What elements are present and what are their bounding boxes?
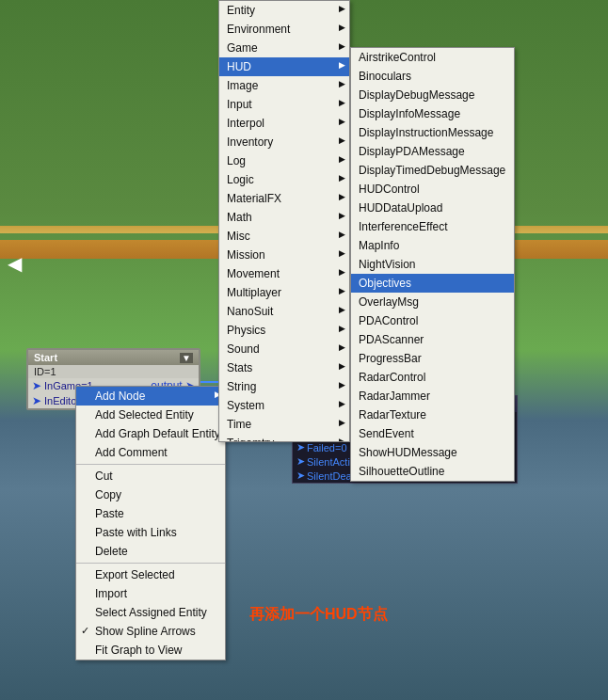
- hud-item-radartexture[interactable]: RadarTexture: [351, 406, 514, 424]
- submenu-item-misc[interactable]: Misc: [219, 227, 349, 246]
- hud-item-displaydebug[interactable]: DisplayDebugMessage: [351, 86, 514, 104]
- hud-item-mapinfo[interactable]: MapInfo: [351, 236, 514, 255]
- submenu-item-multiplayer[interactable]: Multiplayer: [219, 283, 349, 302]
- submenu-item-game[interactable]: Game: [219, 39, 349, 57]
- submenu-item-string[interactable]: String: [219, 377, 349, 396]
- hud-item-displayinfo[interactable]: DisplayInfoMessage: [351, 104, 514, 123]
- menu-item-import[interactable]: Import: [76, 584, 225, 603]
- menu-item-show-spline[interactable]: Show Spline Arrows: [76, 622, 225, 641]
- port-ineditor-arrow: ➤: [32, 394, 41, 407]
- hud-item-radarcontrol[interactable]: RadarControl: [351, 368, 514, 387]
- submenu-item-physics[interactable]: Physics: [219, 321, 349, 340]
- chinese-instruction-label: 再添加一个HUD节点: [249, 605, 388, 625]
- hud-item-interference[interactable]: InterferenceEffect: [351, 217, 514, 236]
- nav-arrow-left[interactable]: ◀: [8, 252, 22, 275]
- hud-item-displaytimed[interactable]: DisplayTimedDebugMessage: [351, 161, 514, 180]
- submenu-item-system[interactable]: System: [219, 396, 349, 415]
- hud-item-nightvision[interactable]: NightVision: [351, 255, 514, 274]
- menu-item-add-node[interactable]: Add Node: [76, 387, 225, 406]
- hud-item-silhouette[interactable]: SilhouetteOutline: [351, 462, 514, 481]
- menu-item-select-assigned[interactable]: Select Assigned Entity: [76, 603, 225, 622]
- hud-item-overlaymsg[interactable]: OverlayMsg: [351, 293, 514, 311]
- separator-2: [76, 563, 225, 564]
- submenu-item-input[interactable]: Input: [219, 95, 349, 114]
- hud-item-progressbar[interactable]: ProgressBar: [351, 349, 514, 368]
- separator-1: [76, 464, 225, 465]
- hud-item-pdascanner[interactable]: PDAScanner: [351, 330, 514, 349]
- submenu-item-environment[interactable]: Environment: [219, 20, 349, 39]
- hud-item-displaypda[interactable]: DisplayPDAMessage: [351, 142, 514, 161]
- submenu-item-inventory[interactable]: Inventory: [219, 133, 349, 151]
- submenu-item-image[interactable]: Image: [219, 76, 349, 95]
- port-in-arrow: ➤: [32, 379, 41, 392]
- hud-item-huddataupload[interactable]: HUDDataUpload: [351, 199, 514, 217]
- hud-item-radarjammer[interactable]: RadarJammer: [351, 387, 514, 406]
- menu-item-copy[interactable]: Copy: [76, 485, 225, 504]
- menu-item-add-graph-default[interactable]: Add Graph Default Entity: [76, 424, 225, 443]
- node-id: ID=1: [28, 365, 199, 378]
- submenu-item-mission[interactable]: Mission: [219, 246, 349, 264]
- obj-failed-label: Failed=0: [307, 442, 347, 453]
- menu-item-paste-links[interactable]: Paste with Links: [76, 523, 225, 542]
- hud-item-showhudmessage[interactable]: ShowHUDMessage: [351, 443, 514, 462]
- hud-item-binoculars[interactable]: Binoculars: [351, 67, 514, 86]
- submenu-item-logic[interactable]: Logic: [219, 170, 349, 189]
- menu-item-paste[interactable]: Paste: [76, 504, 225, 523]
- hud-item-displayinstruction[interactable]: DisplayInstructionMessage: [351, 123, 514, 142]
- submenu-item-time[interactable]: Time: [219, 415, 349, 434]
- node-title-dropdown[interactable]: ▼: [180, 353, 193, 363]
- submenu-node-types: Entity Environment Game HUD Image Input …: [218, 0, 350, 442]
- submenu-hud-items: AirstrikeControl Binoculars DisplayDebug…: [350, 47, 515, 482]
- hud-item-hudcontrol[interactable]: HUDControl: [351, 180, 514, 199]
- submenu-item-interpol[interactable]: Interpol: [219, 114, 349, 133]
- hud-item-objectives[interactable]: Objectives: [351, 274, 514, 293]
- menu-item-delete[interactable]: Delete: [76, 542, 225, 561]
- submenu-item-trigomtry[interactable]: Trigomtry: [219, 434, 349, 442]
- menu-item-add-comment[interactable]: Add Comment: [76, 443, 225, 462]
- submenu-item-log[interactable]: Log: [219, 151, 349, 170]
- submenu-item-entity[interactable]: Entity: [219, 1, 349, 20]
- submenu-item-movement[interactable]: Movement: [219, 264, 349, 283]
- menu-item-cut[interactable]: Cut: [76, 467, 225, 485]
- context-menu-main: Add Node Add Selected Entity Add Graph D…: [75, 386, 226, 660]
- menu-item-add-selected-entity[interactable]: Add Selected Entity: [76, 406, 225, 424]
- menu-item-fit-graph[interactable]: Fit Graph to View: [76, 641, 225, 660]
- submenu-item-materialfx[interactable]: MaterialFX: [219, 189, 349, 208]
- node-title-bar: Start ▼: [28, 350, 199, 365]
- hud-item-pdacontrol[interactable]: PDAControl: [351, 311, 514, 330]
- submenu-item-hud[interactable]: HUD: [219, 57, 349, 76]
- hud-item-sendevent[interactable]: SendEvent: [351, 424, 514, 443]
- submenu-item-nanosuit[interactable]: NanoSuit: [219, 302, 349, 321]
- submenu-item-stats[interactable]: Stats: [219, 358, 349, 377]
- node-title-label: Start: [34, 352, 57, 363]
- submenu-item-sound[interactable]: Sound: [219, 340, 349, 358]
- submenu-item-math[interactable]: Math: [219, 208, 349, 227]
- menu-item-export[interactable]: Export Selected: [76, 565, 225, 584]
- hud-item-airstrike[interactable]: AirstrikeControl: [351, 48, 514, 67]
